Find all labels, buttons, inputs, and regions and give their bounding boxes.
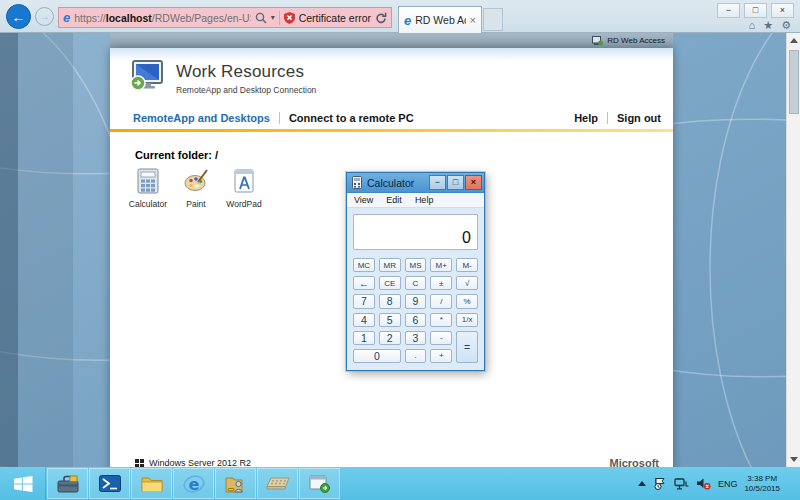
calc-key-negate[interactable]: ± [430, 276, 452, 290]
settings-gear-icon[interactable]: ⚙ [781, 19, 791, 32]
calc-key-2[interactable]: 2 [379, 331, 401, 345]
tray-clock[interactable]: 3:38 PM 10/5/2015 [744, 474, 782, 494]
taskbar-server-manager[interactable] [47, 468, 88, 499]
taskbar-keyboard[interactable] [257, 468, 298, 499]
home-icon[interactable]: ⌂ [749, 19, 756, 32]
scroll-up-button[interactable] [787, 33, 800, 48]
remoteapp-paint[interactable]: Paint [174, 168, 218, 209]
tab-close-icon[interactable]: × [470, 14, 476, 26]
server-manager-icon [57, 474, 79, 493]
calc-key-equals[interactable]: = [456, 331, 478, 363]
search-dropdown-icon[interactable]: ▾ [271, 13, 275, 22]
action-center-flag-icon[interactable] [653, 477, 667, 490]
calc-key-multiply[interactable]: * [430, 313, 452, 327]
browser-tab[interactable]: e RD Web Access × [398, 6, 482, 33]
address-bar[interactable]: e https://localhost/RDWeb/Pages/en-US/De… [58, 7, 392, 28]
calculator-window[interactable]: Calculator − □ × ViewEditHelp 0 MCMRMSM+… [346, 172, 485, 371]
refresh-icon[interactable] [375, 12, 387, 24]
calc-key-minus[interactable]: - [430, 331, 452, 345]
new-tab-button[interactable] [483, 8, 503, 31]
page-scrollbar[interactable] [786, 33, 800, 467]
taskbar-powershell[interactable] [89, 468, 130, 499]
taskbar-file-explorer[interactable] [131, 468, 172, 499]
page-favicon-icon: e [63, 11, 70, 24]
calc-key-divide[interactable]: / [430, 294, 452, 308]
remoteapp-calculator[interactable]: Calculator [126, 168, 170, 209]
calc-key-ms[interactable]: MS [405, 258, 427, 272]
nav-connect-remote-pc[interactable]: Connect to a remote PC [289, 112, 414, 124]
calc-key-clear[interactable]: C [405, 276, 427, 290]
remoteapp-wordpad[interactable]: WordPad [222, 168, 266, 209]
work-resources-header: Work Resources RemoteApp and Desktop Con… [128, 60, 316, 95]
calc-key-mc[interactable]: MC [353, 258, 375, 272]
certificate-error-icon[interactable] [284, 12, 295, 24]
desktop: { "browser": { "address": { "protocol": … [0, 0, 800, 500]
nav-help[interactable]: Help [574, 112, 598, 124]
calc-maximize-button[interactable]: □ [447, 175, 464, 190]
calc-key-1[interactable]: 1 [353, 331, 375, 345]
calc-key-plus[interactable]: + [430, 349, 452, 363]
calc-menu-item[interactable]: Help [415, 195, 434, 205]
maximize-button[interactable]: □ [744, 3, 767, 18]
tray-expand-icon[interactable] [638, 481, 646, 486]
calc-key-4[interactable]: 4 [353, 313, 375, 327]
calc-key-7[interactable]: 7 [353, 294, 375, 308]
calc-key-9[interactable]: 9 [405, 294, 427, 308]
calc-key-decimal[interactable]: . [405, 349, 427, 363]
scroll-down-button[interactable] [787, 452, 800, 467]
network-icon[interactable] [674, 478, 689, 490]
search-icon[interactable] [255, 12, 267, 24]
calculator-menubar: ViewEditHelp [347, 193, 484, 208]
volume-muted-icon[interactable] [696, 477, 711, 490]
taskbar-remoteapp-session[interactable] [299, 468, 340, 499]
calc-key-3[interactable]: 3 [405, 331, 427, 345]
calc-key-backspace[interactable]: ← [353, 276, 375, 290]
calc-key-percent[interactable]: % [456, 294, 478, 308]
calc-key-sqrt[interactable]: √ [456, 276, 478, 290]
calc-menu-item[interactable]: Edit [386, 195, 402, 205]
calculator-app-icon [135, 168, 161, 194]
calc-key-mr[interactable]: MR [379, 258, 401, 272]
rdweb-banner-label: RD Web Access [607, 36, 665, 45]
back-button[interactable]: ← [6, 4, 31, 29]
favorites-star-icon[interactable]: ★ [763, 19, 773, 32]
system-tray: ENG 3:38 PM 10/5/2015 [638, 467, 800, 500]
scrollbar-thumb[interactable] [789, 50, 799, 114]
minimize-button[interactable]: − [717, 3, 740, 18]
calculator-keypad: MCMRMSM+M-←CEC±√789/%456*1/x123-=0.+ [353, 258, 478, 363]
page-subtitle: RemoteApp and Desktop Connection [176, 85, 316, 95]
calc-key-reciprocal[interactable]: 1/x [456, 313, 478, 327]
url-text[interactable]: https://localhost/RDWeb/Pages/en-US/Defa… [74, 12, 250, 24]
calc-key-5[interactable]: 5 [379, 313, 401, 327]
microsoft-logo: Microsoft [610, 457, 660, 467]
windows-logo-icon [135, 459, 144, 468]
calculator-titlebar[interactable]: Calculator − □ × [347, 173, 484, 193]
calc-key-6[interactable]: 6 [405, 313, 427, 327]
calc-key-ce[interactable]: CE [379, 276, 401, 290]
certificate-error-label[interactable]: Certificate error [299, 12, 371, 24]
calc-key-mminus[interactable]: M- [456, 258, 478, 272]
close-button[interactable]: × [771, 3, 794, 18]
forward-button[interactable]: → [35, 7, 54, 26]
taskbar-users-folder[interactable] [215, 468, 256, 499]
internet-explorer-icon: e [183, 474, 205, 494]
orange-divider [110, 129, 673, 132]
start-button[interactable] [0, 467, 46, 500]
calc-key-8[interactable]: 8 [379, 294, 401, 308]
tab-title: RD Web Access [415, 14, 465, 26]
calc-menu-item[interactable]: View [354, 195, 373, 205]
remoteapp-window-icon [309, 475, 331, 493]
calculator-display: 0 [353, 214, 478, 250]
calc-key-0[interactable]: 0 [353, 349, 401, 363]
app-label: WordPad [226, 199, 261, 209]
calc-minimize-button[interactable]: − [429, 175, 446, 190]
back-arrow-icon: ← [12, 9, 26, 25]
tray-language[interactable]: ENG [718, 479, 738, 489]
app-label: Paint [186, 199, 205, 209]
taskbar-internet-explorer[interactable]: e [173, 468, 214, 499]
current-folder-label: Current folder: / [135, 149, 218, 161]
nav-sign-out[interactable]: Sign out [617, 112, 661, 124]
nav-remoteapp-desktops[interactable]: RemoteApp and Desktops [133, 112, 270, 124]
calc-key-mplus[interactable]: M+ [430, 258, 452, 272]
calc-close-button[interactable]: × [465, 175, 482, 190]
